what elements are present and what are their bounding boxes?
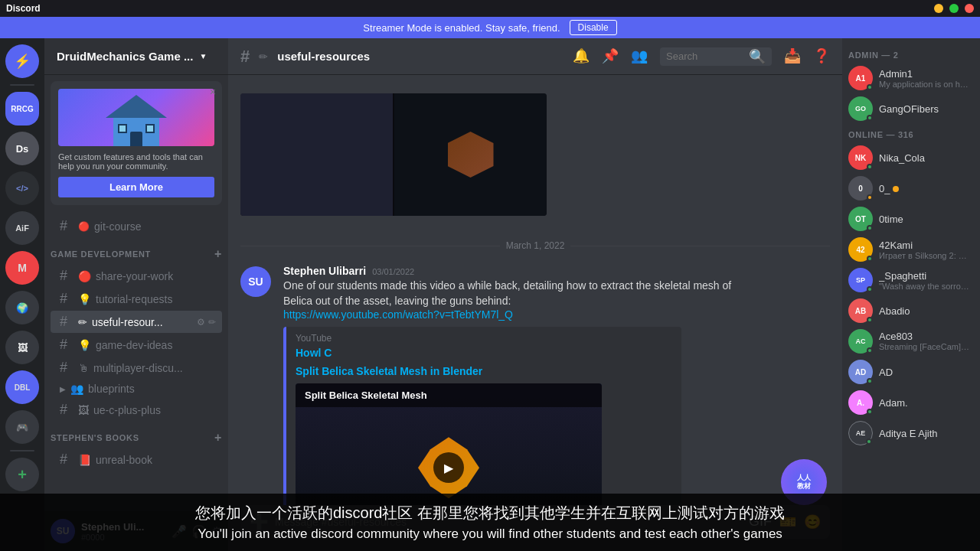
server-name: DruidMechanics Game ... bbox=[57, 50, 193, 63]
member-avatar: 0 bbox=[848, 176, 873, 201]
message-avatar[interactable]: SU bbox=[240, 266, 271, 297]
search-input[interactable] bbox=[666, 51, 743, 62]
member-info: GangOFibers bbox=[879, 103, 939, 115]
channel-icon: 👥 bbox=[70, 383, 83, 395]
member-name: _Spaghetti bbox=[879, 270, 971, 282]
channel-header: # ✏ useful-resources 🔔 📌 👥 🔍 📥 ❓ bbox=[228, 38, 842, 75]
server-icon-img[interactable]: 🖼 bbox=[5, 331, 39, 364]
member-item-admin1[interactable]: A1 Admin1 My application is on hold :( bbox=[842, 63, 980, 93]
member-item-nika-cola[interactable]: NK Nika_Cola bbox=[842, 142, 980, 173]
youtube-link[interactable]: https://www.youtube.com/watch?v=tTebtYM7… bbox=[283, 308, 513, 321]
notification-settings-icon[interactable]: 🔔 bbox=[573, 47, 590, 66]
server-icon-dbl[interactable]: DBL bbox=[5, 370, 39, 404]
member-avatar: NK bbox=[848, 145, 873, 170]
channel-icon: ✏ bbox=[78, 316, 87, 328]
hash-icon: # bbox=[60, 452, 74, 468]
server-icon-ds[interactable]: Ds bbox=[5, 132, 39, 165]
member-item-ace803[interactable]: AC Ace803 Streaming [FaceCam] ✓ ... bbox=[842, 326, 980, 357]
embed-video-title[interactable]: Split Belica Skeletal Mesh in Blender bbox=[296, 365, 672, 377]
streamer-banner: Streamer Mode is enabled. Stay safe, fri… bbox=[0, 17, 980, 38]
member-item-ad[interactable]: AD AD bbox=[842, 357, 980, 387]
category-stephens-books[interactable]: STEPHEN'S BOOKS + bbox=[44, 422, 228, 448]
add-channel-button-2[interactable]: + bbox=[214, 431, 222, 445]
message-link: https://www.youtube.com/watch?v=tTebtYM7… bbox=[283, 308, 752, 321]
status-indicator bbox=[867, 84, 873, 90]
channel-tutorial-requests[interactable]: # 💡 tutorial-requests bbox=[51, 288, 222, 310]
search-bar[interactable]: 🔍 bbox=[660, 47, 772, 66]
category-game-development[interactable]: GAME DEVELOPMENT + bbox=[44, 238, 228, 264]
channel-share-your-work[interactable]: # 🔴 share-your-work bbox=[51, 265, 222, 287]
member-name: Nika_Cola bbox=[879, 152, 925, 164]
server-icon-code[interactable]: </> bbox=[5, 171, 39, 205]
message-meta: Stephen Ulibarri 03/01/2022 bbox=[283, 265, 752, 277]
channel-name: ue-c-plus-plus bbox=[93, 404, 161, 416]
member-item-0-dot[interactable]: 0 0_ bbox=[842, 173, 980, 204]
members-icon[interactable]: 👥 bbox=[631, 47, 648, 66]
server-list: ⚡ RRCG Ds </> AiF M 🌍 🖼 DBL 🎮 + bbox=[0, 38, 44, 551]
member-item-aditya[interactable]: AE Aditya E Ajith bbox=[842, 418, 980, 448]
hash-icon: # bbox=[60, 218, 74, 234]
status-indicator bbox=[867, 256, 873, 262]
member-status: Играет в Silksong 2: Whath of... bbox=[879, 251, 971, 260]
server-icon-rrcg[interactable]: RRCG bbox=[5, 92, 39, 126]
learn-more-button[interactable]: Learn More bbox=[58, 177, 214, 197]
member-item-gangoffibers[interactable]: GO GangOFibers bbox=[842, 93, 980, 124]
search-icon: 🔍 bbox=[749, 48, 766, 65]
add-channel-button[interactable]: + bbox=[214, 247, 222, 261]
help-icon[interactable]: ❓ bbox=[813, 47, 830, 66]
channel-icon: 🔴 bbox=[78, 221, 90, 232]
channel-blueprints[interactable]: ▶ 👥 blueprints bbox=[51, 380, 222, 398]
channel-unreal-book[interactable]: # 📕 unreal-book bbox=[51, 448, 222, 471]
channel-name: unreal-book bbox=[96, 454, 152, 466]
channel-ue-c-plus-plus[interactable]: # 🖼 ue-c-plus-plus bbox=[51, 399, 222, 421]
promo-close-button[interactable]: × bbox=[210, 86, 216, 98]
sidebar: DruidMechanics Game ... ▼ × bbox=[44, 38, 228, 551]
member-item-spaghetti[interactable]: SP _Spaghetti "Wash away the sorrow; all… bbox=[842, 265, 980, 295]
member-item-0time[interactable]: OT 0time bbox=[842, 204, 980, 234]
nitro-promo-card: × Get custom features and tools that can… bbox=[51, 81, 222, 205]
channel-useful-resources[interactable]: # ✏ useful-resour... ⚙ ✏ bbox=[51, 311, 222, 333]
pin-icon[interactable]: 📌 bbox=[602, 47, 619, 66]
online-section-label: ONLINE — 316 bbox=[842, 124, 980, 142]
channel-settings-icon[interactable]: ⚙ bbox=[197, 317, 205, 328]
embed-provider: YouTube bbox=[296, 333, 672, 344]
member-info: Ace803 Streaming [FaceCam] ✓ ... bbox=[879, 331, 971, 352]
inbox-icon[interactable]: 📥 bbox=[784, 47, 801, 66]
channel-name: multiplayer-discu... bbox=[93, 362, 183, 374]
video-title-overlay: Split Belica Skeletal Mesh bbox=[296, 383, 602, 407]
channel-icon: 💡 bbox=[78, 339, 91, 351]
video-thumbnail[interactable]: ▶ Split Belica Skeletal Mesh in Blender bbox=[296, 383, 602, 505]
maximize-button[interactable] bbox=[949, 4, 959, 13]
react-icon[interactable]: ↩ bbox=[764, 265, 774, 505]
channel-game-dev-ideas[interactable]: # 💡 game-dev-ideas bbox=[51, 334, 222, 356]
channel-icon: 🖼 bbox=[78, 404, 89, 416]
discord-home-button[interactable]: ⚡ bbox=[5, 44, 39, 78]
channel-multiplayer-discu[interactable]: # 🖱 multiplayer-discu... bbox=[51, 357, 222, 379]
member-item-abadio[interactable]: AB Abadio bbox=[842, 295, 980, 326]
disable-streamer-button[interactable]: Disable bbox=[570, 20, 617, 35]
channel-icon: 🔴 bbox=[78, 270, 91, 282]
channel-git-course[interactable]: # 🔴 git-course bbox=[51, 215, 222, 237]
member-avatar: A. bbox=[848, 390, 873, 415]
server-icon-globe[interactable]: 🌍 bbox=[5, 291, 39, 324]
play-button[interactable]: ▶ bbox=[433, 452, 464, 483]
member-item-adam[interactable]: A. Adam. bbox=[842, 387, 980, 418]
channel-edit-icon[interactable]: ✏ bbox=[208, 317, 216, 328]
header-icons: 🔔 📌 👥 🔍 📥 ❓ bbox=[573, 47, 830, 66]
message-author[interactable]: Stephen Ulibarri bbox=[283, 265, 366, 277]
server-icon-m[interactable]: M bbox=[5, 251, 39, 285]
hash-icon: # bbox=[60, 402, 74, 418]
status-indicator bbox=[867, 115, 873, 121]
embed-channel-title: Howl C bbox=[296, 347, 672, 359]
close-button[interactable] bbox=[965, 4, 974, 13]
category-label: GAME DEVELOPMENT bbox=[51, 249, 151, 259]
member-item-42kami[interactable]: 42 42Kami Играет в Silksong 2: Whath of.… bbox=[842, 234, 980, 265]
server-icon-games[interactable]: 🎮 bbox=[5, 410, 39, 444]
minimize-button[interactable] bbox=[934, 4, 943, 13]
server-icon-aif[interactable]: AiF bbox=[5, 211, 39, 245]
collapse-icon: ▶ bbox=[60, 385, 66, 393]
channel-icon: 🖱 bbox=[78, 362, 89, 374]
add-server-button[interactable]: + bbox=[5, 458, 39, 491]
server-name-header[interactable]: DruidMechanics Game ... ▼ bbox=[44, 38, 228, 75]
app-title: Discord bbox=[6, 3, 41, 14]
